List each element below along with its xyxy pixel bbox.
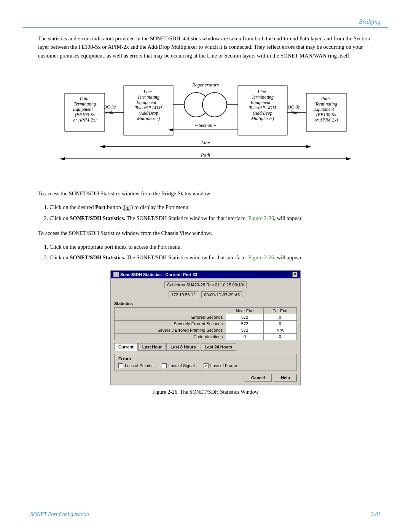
tab-last-hour[interactable]: Last Hour (138, 343, 166, 351)
svg-text:←Section→: ←Section→ (194, 123, 217, 128)
svg-text:Terminating: Terminating (137, 94, 159, 100)
stat-name: Severely Errored Seconds (115, 320, 226, 327)
statistics-table: Near End Far End Errored Seconds 572 0 S… (114, 307, 297, 340)
checkbox-loss-of-pointer: Loss of Pointer (118, 363, 153, 368)
svg-text:Path-: Path- (80, 96, 90, 101)
footer-right: 2-81 (371, 511, 381, 518)
loss-of-pointer-checkbox[interactable] (118, 363, 123, 368)
tab-row: Current Last Hour Last 8 Hours Last 24 H… (114, 343, 297, 351)
svg-marker-38 (100, 145, 105, 148)
bridge-access-text: To access the SONET/SDH Statistics windo… (38, 189, 373, 198)
intro-paragraph: The statistics and errors indicators pro… (38, 34, 373, 60)
svg-text:Path: Path (201, 152, 210, 158)
window-info-row2: 172.19.56.12 00-00-1D-37-29:A6 (114, 291, 297, 298)
stat-near-end: 0 (226, 333, 264, 340)
stat-name: Code Violations (115, 333, 226, 340)
stat-name: Severely Errored Framing Seconds (115, 327, 226, 333)
svg-text:(FE100-Sx: (FE100-Sx (316, 112, 336, 117)
stats-col-far: Far End (263, 307, 296, 314)
stat-near-end: 572 (226, 314, 264, 320)
stat-near-end: 572 (226, 327, 264, 333)
svg-marker-43 (346, 157, 351, 160)
top-rule (23, 27, 388, 28)
stat-far-end: 0 (263, 320, 296, 327)
ip-address: 172.19.56.12 (169, 291, 198, 298)
bridge-steps: Click on the desired Port button (1) to … (49, 203, 373, 223)
svg-text:Equipment—: Equipment— (73, 107, 97, 112)
svg-text:OC-3c: OC-3c (288, 104, 300, 110)
chassis-step-2: Click on SONET/SDH Statistics. The SONET… (49, 253, 373, 262)
cancel-button[interactable]: Cancel (244, 374, 272, 382)
svg-text:Path-: Path- (321, 96, 331, 101)
stats-col-name (115, 307, 226, 314)
bottom-rule (23, 509, 388, 509)
svg-text:OC-3c: OC-3c (104, 104, 116, 110)
table-row: Severely Errored Seconds 572 0 (115, 320, 297, 327)
chassis-access-text: To access the SONET/SDH Statistics windo… (38, 229, 373, 237)
mac-address: 00-00-1D-37-29:A6 (201, 291, 242, 298)
loss-of-frame-label: Loss of Frame (210, 363, 237, 368)
chassis-step-1: Click on the appropriate port index to a… (49, 242, 373, 252)
loss-of-frame-checkbox[interactable]: ✓ (204, 363, 209, 368)
tab-last-24-hours[interactable]: Last 24 Hours (201, 343, 237, 351)
svg-text:Equipment—: Equipment— (136, 100, 161, 105)
window-close-button[interactable]: ✕ (292, 272, 298, 277)
svg-point-17 (202, 93, 227, 117)
table-row: Errored Seconds 572 0 (115, 314, 297, 320)
stat-name: Errored Seconds (115, 314, 226, 320)
sonet-diagram: Path- Terminating Equipment— (FE100-Sx o… (38, 70, 373, 179)
footer-left: SONET Port Configuration (30, 511, 89, 518)
svg-text:(FE100-Sx: (FE100-Sx (75, 112, 95, 117)
window-titlebar: Sonet/SDH Statistics - Current: Port 33 … (111, 271, 300, 278)
window-icon (113, 272, 119, 277)
stat-far-end: 0 (263, 314, 296, 320)
sonet-statistics-window: Sonet/SDH Statistics - Current: Port 33 … (110, 270, 301, 385)
svg-marker-39 (306, 145, 311, 148)
svg-text:Line: Line (201, 140, 210, 145)
svg-text:(Add/Drop: (Add/Drop (253, 110, 272, 116)
figure-link-1[interactable]: Figure 2-26 (248, 215, 274, 221)
figure-caption: Figure 2-26. The SONET/SDH Statistics Wi… (38, 389, 373, 395)
svg-text:Telco/SP ADM: Telco/SP ADM (249, 105, 277, 110)
svg-text:(Add/Drop: (Add/Drop (139, 110, 158, 116)
svg-marker-42 (60, 157, 65, 160)
stat-far-end: 0 (263, 333, 296, 340)
device-info: Cabletron SH423-28 Rev 01.10.15 03/10/ (164, 281, 247, 288)
svg-text:or APIM-2x): or APIM-2x) (73, 117, 96, 123)
page-title: Bridging (359, 18, 381, 25)
svg-text:Telco/SP ADM: Telco/SP ADM (135, 105, 162, 110)
bridge-step-2: Click on SONET/SDH Statistics. The SONET… (49, 214, 373, 223)
loss-of-signal-label: Loss of Signal (168, 363, 194, 368)
svg-text:Equipment—: Equipment— (314, 107, 338, 112)
checkbox-row: Loss of Pointer Loss of Signal ✓ Loss of… (118, 363, 293, 368)
svg-text:Regenerators: Regenerators (192, 82, 219, 88)
svg-text:Terminating: Terminating (74, 101, 96, 107)
svg-text:Terminating: Terminating (315, 101, 337, 107)
stats-section-label: Statistics (114, 301, 297, 306)
table-row: Severely Errored Framing Seconds 572 N/A (115, 327, 297, 333)
window-info-row1: Cabletron SH423-28 Rev 01.10.15 03/10/ (114, 281, 297, 288)
figure-link-2[interactable]: Figure 2-26 (248, 254, 274, 260)
svg-text:or APIM-2x): or APIM-2x) (314, 117, 338, 123)
help-button[interactable]: Help (274, 374, 297, 382)
svg-text:Equipment—: Equipment— (250, 100, 275, 105)
stats-col-near: Near End (226, 307, 264, 314)
checkbox-loss-of-frame: ✓ Loss of Frame (204, 363, 237, 368)
table-row: Code Violations 0 0 (115, 333, 297, 340)
chassis-steps: Click on the appropriate port index to a… (49, 242, 373, 262)
svg-text:Terminating: Terminating (252, 94, 274, 100)
svg-text:Multiplexer): Multiplexer) (137, 116, 160, 121)
loss-of-signal-checkbox[interactable] (162, 363, 167, 368)
stat-far-end: N/A (263, 327, 296, 333)
bridge-step-1: Click on the desired Port button (1) to … (49, 203, 373, 212)
checkbox-loss-of-signal: Loss of Signal (162, 363, 194, 368)
stat-near-end: 572 (226, 320, 264, 327)
button-row: Cancel Help (114, 374, 297, 382)
window-title: Sonet/SDH Statistics - Current: Port 33 (120, 272, 197, 277)
loss-of-pointer-label: Loss of Pointer (125, 363, 153, 368)
svg-text:Line-: Line- (257, 89, 267, 94)
tab-last-8-hours[interactable]: Last 8 Hours (166, 343, 200, 351)
errors-section: Errors Loss of Pointer Loss of Signal ✓ (114, 354, 297, 371)
tab-current[interactable]: Current (114, 343, 138, 351)
errors-label: Errors (118, 356, 293, 361)
